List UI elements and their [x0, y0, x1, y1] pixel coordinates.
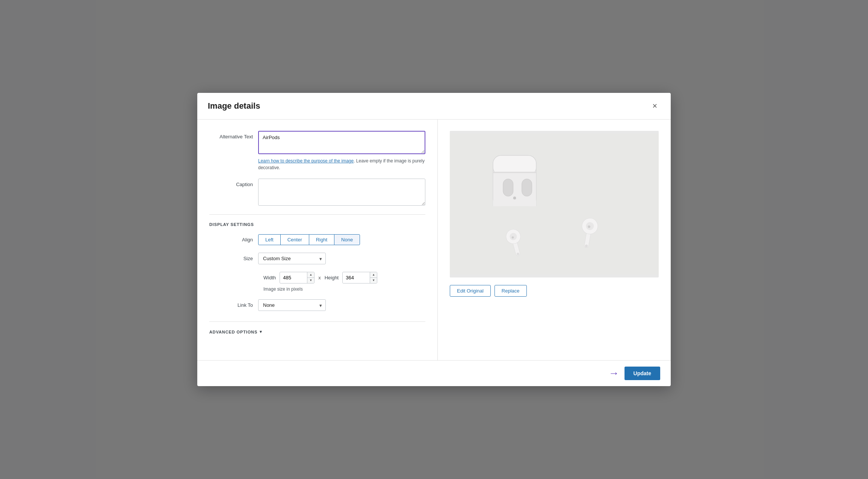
image-details-modal: Image details × Alternative Text Learn h…: [197, 93, 671, 386]
svg-rect-6: [503, 179, 513, 196]
advanced-options-arrow: ▾: [260, 329, 262, 334]
height-decrement-button[interactable]: ▼: [370, 278, 377, 283]
right-panel: Edit Original Replace: [438, 120, 671, 360]
close-button[interactable]: ×: [649, 100, 660, 112]
align-label: Align: [209, 237, 258, 243]
divider-2: [209, 321, 425, 322]
edit-original-button[interactable]: Edit Original: [450, 285, 491, 297]
width-label: Width: [263, 275, 276, 280]
height-input-wrapper: ▲ ▼: [342, 272, 377, 283]
modal-overlay: Image details × Alternative Text Learn h…: [0, 0, 868, 479]
align-right-button[interactable]: Right: [309, 234, 334, 245]
left-panel: Alternative Text Learn how to describe t…: [197, 120, 438, 360]
alt-text-row: Alternative Text Learn how to describe t…: [209, 131, 425, 171]
link-label: Link To: [209, 302, 258, 308]
modal-footer: → Update: [197, 360, 671, 386]
link-select-wrapper: None Media File Attachment Page Custom U…: [258, 299, 326, 311]
align-buttons: Left Center Right None: [258, 234, 360, 245]
height-label: Height: [325, 275, 339, 280]
width-decrement-button[interactable]: ▼: [307, 278, 314, 283]
width-increment-button[interactable]: ▲: [307, 272, 314, 278]
alt-text-label: Alternative Text: [209, 131, 258, 139]
modal-header: Image details ×: [197, 93, 671, 120]
caption-row: Caption: [209, 179, 425, 207]
pixel-hint: Image size in pixels: [263, 286, 425, 292]
alt-text-input[interactable]: [258, 131, 425, 154]
image-preview: [450, 131, 659, 277]
link-row: Link To None Media File Attachment Page …: [209, 299, 425, 311]
caption-input[interactable]: [258, 179, 425, 206]
width-input-wrapper: ▲ ▼: [280, 272, 315, 283]
display-settings-title: DISPLAY SETTINGS: [209, 222, 425, 227]
width-height-row: Width ▲ ▼ x Height ▲ ▼: [263, 272, 425, 283]
width-spin-buttons: ▲ ▼: [307, 272, 314, 283]
align-left-button[interactable]: Left: [258, 234, 281, 245]
update-arrow-icon: →: [609, 367, 619, 379]
modal-body: Alternative Text Learn how to describe t…: [197, 120, 671, 360]
align-center-button[interactable]: Center: [280, 234, 309, 245]
dimension-separator: x: [318, 275, 321, 280]
size-row: Size Custom Size Full Size Large Medium …: [209, 253, 425, 264]
replace-button[interactable]: Replace: [494, 285, 527, 297]
alt-text-helper: Learn how to describe the purpose of the…: [258, 158, 425, 171]
advanced-section: ADVANCED OPTIONS ▾: [209, 329, 425, 334]
advanced-options-toggle[interactable]: ADVANCED OPTIONS ▾: [209, 329, 262, 334]
width-input[interactable]: [280, 273, 307, 283]
svg-rect-7: [522, 179, 532, 196]
svg-rect-0: [450, 134, 659, 274]
size-label: Size: [209, 256, 258, 261]
link-select[interactable]: None Media File Attachment Page Custom U…: [258, 299, 326, 311]
image-action-buttons: Edit Original Replace: [450, 285, 527, 297]
caption-field: [258, 179, 425, 207]
alt-text-field: Learn how to describe the purpose of the…: [258, 131, 425, 171]
update-button[interactable]: Update: [625, 367, 660, 380]
size-select[interactable]: Custom Size Full Size Large Medium Thumb…: [258, 253, 326, 264]
caption-label: Caption: [209, 179, 258, 187]
svg-rect-5: [493, 200, 536, 206]
modal-title: Image details: [208, 101, 260, 111]
height-increment-button[interactable]: ▲: [370, 272, 377, 278]
height-input[interactable]: [343, 273, 370, 283]
airpods-image: [450, 131, 659, 277]
helper-link[interactable]: Learn how to describe the purpose of the…: [258, 158, 354, 164]
svg-point-8: [513, 197, 516, 200]
align-row: Align Left Center Right None: [209, 234, 425, 245]
advanced-options-label: ADVANCED OPTIONS: [209, 330, 257, 334]
height-spin-buttons: ▲ ▼: [370, 272, 377, 283]
divider-1: [209, 214, 425, 215]
size-select-wrapper: Custom Size Full Size Large Medium Thumb…: [258, 253, 326, 264]
align-none-button[interactable]: None: [334, 234, 360, 245]
